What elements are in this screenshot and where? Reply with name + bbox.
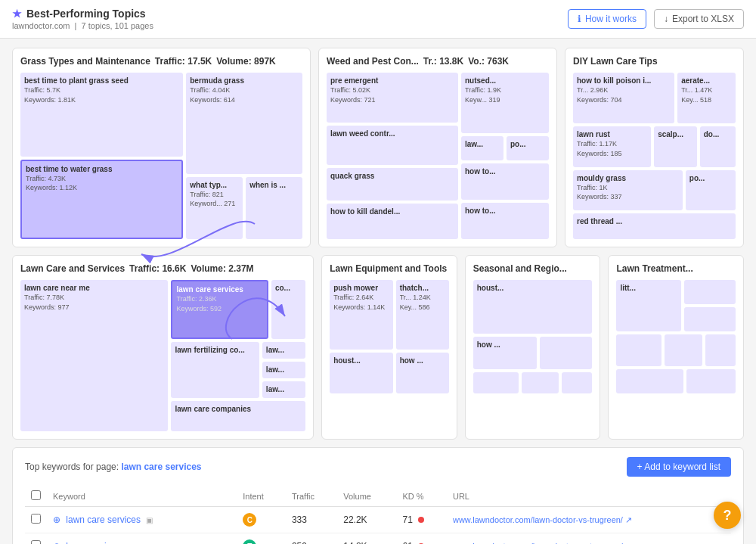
- treatment-cell5[interactable]: [616, 369, 683, 393]
- lawn-cell-law3[interactable]: law...: [262, 381, 305, 398]
- weed-cell-nutsed[interactable]: nutsed... Traffic: 1.9K Keyw... 319: [461, 73, 549, 133]
- weed-cell-law[interactable]: law...: [461, 136, 503, 160]
- kd-col-header: KD %: [397, 486, 447, 507]
- row2-checkbox[interactable]: [31, 540, 41, 544]
- weed-cell-lawnweed[interactable]: lawn weed contr...: [327, 126, 458, 165]
- treatment-cell3[interactable]: [665, 334, 702, 366]
- treatment-cell-litt[interactable]: litt...: [616, 280, 681, 331]
- lawn-care-treemap: lawn care near me Traffic: 7.78K Keyword…: [20, 280, 305, 431]
- lawn-cell-services[interactable]: lawn care services Traffic: 2.36K Keywor…: [171, 280, 268, 339]
- lawn-cell-law2[interactable]: law...: [262, 362, 305, 378]
- grass-cell-whenis[interactable]: when is ...: [246, 177, 302, 239]
- diy-cell-poison[interactable]: how to kill poison i... Tr... 2.96K Keyw…: [573, 73, 674, 123]
- equipment-section: Lawn Equipment and Tools push mower Traf…: [321, 255, 457, 440]
- weed-cell-preemergent[interactable]: pre emergent Traffic: 5.02K Keywords: 72…: [327, 73, 458, 123]
- row2-keyword-link[interactable]: lawn services near me: [66, 541, 156, 544]
- diy-cell-lawnrust[interactable]: lawn rust Traffic: 1.17K Keywords: 185: [573, 126, 651, 167]
- diy-cell-redthread[interactable]: red thread ...: [573, 213, 736, 239]
- grass-header: Grass Types and Maintenance Traffic: 17.…: [20, 56, 302, 67]
- grass-col2: bermuda grass Traffic: 4.04K Keywords: 6…: [186, 73, 302, 239]
- page-title: ★ Best-Performing Topics: [12, 8, 153, 20]
- treatment-cell2[interactable]: [616, 334, 662, 366]
- row1-page-icon: ▣: [146, 516, 153, 524]
- lawn-cell-companies[interactable]: lawn care companies: [171, 401, 305, 431]
- diy-row4: red thread ...: [573, 213, 736, 239]
- row1-checkbox[interactable]: [31, 514, 41, 524]
- diy-cell-aerate[interactable]: aerate... Tr... 1.47K Key... 518: [677, 73, 736, 123]
- row1-url-link[interactable]: www.lawndoctor.com/lawn-doctor-vs-trugre…: [453, 515, 632, 524]
- weed-cell-howto1[interactable]: how to...: [461, 163, 549, 200]
- seasonal-cell-how[interactable]: how ...: [473, 337, 537, 368]
- equip-cell-houst[interactable]: houst...: [330, 353, 392, 393]
- lawn-small-col: law... law... law...: [262, 342, 305, 398]
- add-kw-icon2: ⊕: [53, 541, 60, 544]
- diy-cell-scalp[interactable]: scalp...: [654, 126, 697, 167]
- weed-section: Weed and Pest Con... Tr.: 13.8K Vo.: 763…: [318, 48, 557, 247]
- how-it-works-button[interactable]: ℹ How it works: [568, 9, 646, 29]
- intent-col-header: Intent: [237, 486, 286, 507]
- treatment-small1[interactable]: [684, 280, 736, 304]
- seasonal-cell-houst[interactable]: houst...: [473, 280, 593, 334]
- domain-stats: lawndoctor.com | 7 topics, 101 pages: [12, 21, 153, 30]
- treatment-cell6[interactable]: [686, 369, 736, 393]
- row1-keyword-link[interactable]: lawn care services: [66, 514, 141, 525]
- equip-cell-how[interactable]: how ...: [396, 353, 449, 393]
- treatment-small2[interactable]: [684, 307, 736, 331]
- weed-cell-dandelion[interactable]: how to kill dandel...: [327, 204, 458, 239]
- lawn-cell-co[interactable]: co...: [271, 280, 305, 339]
- keywords-tbody: ⊕ lawn care services ▣ C 333 22.2K 71 ww…: [25, 507, 731, 545]
- grass-cell-plant[interactable]: best time to plant grass seed Traffic: 5…: [20, 73, 183, 157]
- equip-cell-thatch[interactable]: thatch... Tr... 1.24K Key... 586: [396, 280, 449, 350]
- diy-treemap-inner: how to kill poison i... Tr... 2.96K Keyw…: [573, 73, 736, 239]
- weed-cell-po[interactable]: po...: [507, 136, 549, 160]
- seasonal-cell-small2[interactable]: [473, 372, 519, 393]
- lawn-care-inner: lawn care near me Traffic: 7.78K Keyword…: [20, 280, 305, 431]
- traffic-col-header: Traffic: [286, 486, 337, 507]
- table-row: ⊕ lawn services near me ▣ T 259 14.8K 61: [25, 533, 731, 545]
- row1-intent: C: [237, 507, 286, 533]
- select-all-checkbox[interactable]: [31, 490, 41, 500]
- row2-keyword: ⊕ lawn services near me ▣: [47, 533, 237, 545]
- diy-cell-po[interactable]: po...: [686, 170, 736, 211]
- seasonal-cell-small3[interactable]: [522, 372, 559, 393]
- treatment-row3: [616, 369, 736, 393]
- row2-traffic: 259: [286, 533, 337, 545]
- diy-cell-mouldy[interactable]: mouldy grass Traffic: 1K Keywords: 337: [573, 170, 683, 211]
- weed-cell-howto2[interactable]: how to...: [461, 203, 549, 239]
- seasonal-row3: [473, 372, 593, 393]
- grass-small-row: what typ... Traffic: 821 Keyword... 271 …: [186, 177, 302, 239]
- right-sections: Lawn Equipment and Tools push mower Traf…: [321, 255, 744, 440]
- diy-row3: mouldy grass Traffic: 1K Keywords: 337 p…: [573, 170, 736, 211]
- row1-kd-dot: [418, 517, 424, 523]
- treatment-col-small: [684, 280, 736, 331]
- lawn-cell-nearbyme[interactable]: lawn care near me Traffic: 7.78K Keyword…: [20, 280, 168, 431]
- equip-cell-pushmower[interactable]: push mower Traffic: 2.64K Keywords: 1.14…: [330, 280, 392, 350]
- lawn-cell-law1[interactable]: law...: [262, 342, 305, 359]
- grass-section: Grass Types and Maintenance Traffic: 17.…: [12, 48, 311, 247]
- seasonal-cell-small1[interactable]: [540, 337, 592, 368]
- lawn-bottom-row: lawn fertilizing co... law... law...: [171, 342, 305, 398]
- add-keyword-button[interactable]: + Add to keyword list: [627, 457, 731, 477]
- weed-header: Weed and Pest Con... Tr.: 13.8K Vo.: 763…: [327, 56, 549, 67]
- seasonal-section: Seasonal and Regio... houst... how ...: [465, 255, 601, 440]
- equip-row1: push mower Traffic: 2.64K Keywords: 1.14…: [330, 280, 449, 350]
- help-button[interactable]: ?: [714, 502, 741, 529]
- diy-cell-do[interactable]: do...: [700, 126, 736, 167]
- export-button[interactable]: ↓ Export to XLSX: [654, 9, 744, 29]
- grass-cell-bermuda[interactable]: bermuda grass Traffic: 4.04K Keywords: 6…: [186, 73, 302, 174]
- diy-row2: lawn rust Traffic: 1.17K Keywords: 185 s…: [573, 126, 736, 167]
- info-icon: ℹ: [578, 14, 581, 24]
- lawn-cell-fertilizing[interactable]: lawn fertilizing co...: [171, 342, 259, 398]
- top-bar: ★ Best-Performing Topics lawndoctor.com …: [0, 0, 756, 39]
- treatment-header: Lawn Treatment...: [616, 263, 736, 274]
- row2-volume: 14.8K: [337, 533, 396, 545]
- export-icon: ↓: [664, 14, 668, 24]
- grass-col1: best time to plant grass seed Traffic: 5…: [20, 73, 183, 239]
- treatment-row2: [616, 334, 736, 366]
- treatment-cell4[interactable]: [705, 334, 736, 366]
- star-icon: ★: [12, 8, 22, 20]
- grass-cell-water[interactable]: best time to water grass Traffic: 4.73K …: [20, 160, 183, 239]
- weed-cell-quack[interactable]: quack grass: [327, 168, 458, 201]
- seasonal-cell-small4[interactable]: [562, 372, 592, 393]
- grass-cell-whattyp[interactable]: what typ... Traffic: 821 Keyword... 271: [186, 177, 243, 239]
